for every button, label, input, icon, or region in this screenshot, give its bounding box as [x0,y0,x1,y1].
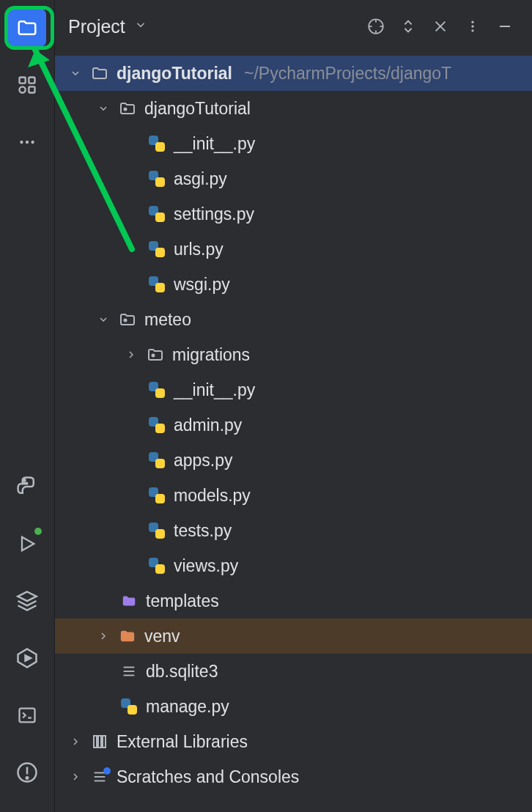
tree-file[interactable]: tests.py [55,513,532,548]
library-icon [90,733,109,750]
tree-file[interactable]: manage.py [55,689,532,724]
select-opened-file-button[interactable] [362,12,390,40]
project-tool-button[interactable] [8,9,46,47]
close-button[interactable] [426,12,454,40]
stack-button[interactable] [8,582,46,620]
svg-rect-35 [98,736,101,748]
svg-rect-34 [94,736,97,748]
tree-file[interactable]: settings.py [55,196,532,232]
tree-root[interactable]: djangoTutorial ~/PycharmProjects/djangoT [55,56,532,91]
more-tool-button[interactable] [8,123,46,161]
scratches-icon [90,769,109,785]
file-name: tests.py [174,521,232,541]
python-file-icon [147,452,166,468]
folder-name: venv [144,627,180,646]
folder-name: templates [146,591,219,611]
file-name: wsgi.py [174,275,230,295]
python-file-icon [119,698,138,715]
tree-external-libraries[interactable]: External Libraries [55,724,532,759]
python-file-icon [147,206,166,222]
tree-file[interactable]: wsgi.py [55,267,532,302]
file-name: asgi.py [174,169,227,189]
folder-icon [90,64,109,82]
tree-file[interactable]: admin.py [55,407,532,443]
chevron-right-icon [68,771,83,783]
root-name: djangoTutorial [117,64,232,84]
file-name: views.py [174,556,238,576]
python-file-icon [147,171,166,187]
python-file-icon [147,487,166,503]
svg-point-5 [26,141,29,144]
folder-name: djangoTutorial [144,99,251,119]
svg-point-30 [152,355,155,357]
package-folder-icon [118,100,137,117]
expand-collapse-button[interactable] [394,12,422,40]
python-file-icon [147,523,166,539]
root-path: ~/PycharmProjects/djangoT [244,64,451,84]
svg-rect-36 [103,736,106,748]
svg-rect-12 [20,709,35,723]
tree-folder[interactable]: meteo [55,302,532,337]
folder-name: meteo [144,310,191,330]
services-button[interactable] [8,639,46,677]
file-name: db.sqlite3 [146,662,218,682]
svg-point-28 [125,108,127,111]
problems-button[interactable] [8,753,46,791]
python-file-icon [147,382,166,398]
svg-marker-9 [18,592,37,602]
file-name: admin.py [174,416,242,435]
python-file-icon [147,241,166,257]
tree-folder[interactable]: djangoTutorial [55,91,532,126]
tree-file[interactable]: apps.py [55,443,532,478]
svg-marker-8 [22,537,34,551]
tree-scratches[interactable]: Scratches and Consoles [55,759,532,794]
options-button[interactable] [459,12,487,40]
python-file-icon [147,276,166,292]
svg-point-4 [20,141,23,144]
tool-window-header: Project [55,0,532,53]
svg-marker-11 [26,655,32,661]
svg-point-6 [31,141,34,144]
file-name: urls.py [174,240,223,259]
tree-file[interactable]: asgi.py [55,161,532,196]
tree-file[interactable]: models.py [55,478,532,513]
tree-folder[interactable]: templates [55,583,532,619]
python-console-button[interactable] [8,468,46,506]
python-file-icon [147,558,166,574]
minimize-button[interactable] [491,12,519,40]
terminal-button[interactable] [8,696,46,734]
database-file-icon [119,663,138,679]
tree-file[interactable]: __init__.py [55,372,532,407]
svg-point-25 [471,25,473,27]
svg-point-24 [471,21,473,23]
run-button[interactable] [8,525,46,563]
tree-file[interactable]: db.sqlite3 [55,654,532,689]
venv-folder-icon [118,628,137,644]
file-name: __init__.py [174,380,255,400]
svg-rect-1 [29,78,34,84]
chevron-right-icon [68,736,83,748]
svg-rect-0 [20,78,26,84]
structure-tool-button[interactable] [8,66,46,104]
package-folder-icon [118,311,137,328]
tree-file[interactable]: urls.py [55,232,532,267]
chevron-down-icon[interactable] [134,18,147,34]
file-name: apps.py [174,451,233,470]
svg-point-29 [125,320,127,322]
svg-point-16 [26,777,29,779]
node-label: External Libraries [117,732,248,752]
tree-folder[interactable]: migrations [55,337,532,372]
package-folder-icon [146,346,165,363]
python-file-icon [147,136,166,152]
file-name: manage.py [146,697,229,717]
tree-file[interactable]: views.py [55,548,532,583]
chevron-right-icon [96,630,111,642]
tree-file[interactable]: __init__.py [55,126,532,161]
python-file-icon [147,417,166,433]
tool-window-title[interactable]: Project [68,16,125,37]
tree-folder-venv[interactable]: venv [55,619,532,654]
file-name: __init__.py [174,134,255,154]
file-name: models.py [174,486,251,506]
left-sidebar [0,0,55,812]
node-label: Scratches and Consoles [117,767,299,787]
